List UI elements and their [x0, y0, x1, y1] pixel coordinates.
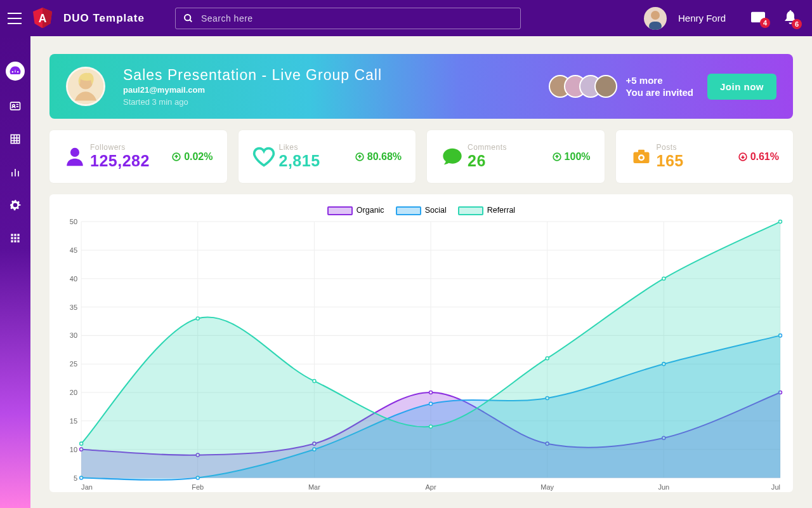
svg-rect-16 — [14, 234, 16, 236]
svg-point-83 — [80, 442, 83, 445]
stat-label: Comments — [468, 143, 553, 152]
nav-settings[interactable] — [8, 197, 23, 213]
stat-label: Followers — [90, 143, 172, 152]
banner-email: paul21@mymail.com — [123, 85, 382, 95]
gauge-icon — [9, 65, 22, 77]
nav-dashboard[interactable] — [6, 62, 25, 81]
svg-rect-19 — [14, 237, 16, 239]
svg-rect-18 — [11, 237, 13, 239]
svg-point-79 — [429, 402, 433, 405]
user-avatar[interactable] — [644, 7, 667, 30]
legend-item[interactable]: Referral — [458, 206, 515, 215]
comments-icon — [441, 145, 464, 168]
participant-avatar — [594, 75, 617, 98]
search-input[interactable] — [201, 13, 513, 23]
svg-text:May: May — [540, 483, 554, 491]
stat-pct: 0.02% — [172, 151, 213, 163]
stat-label: Likes — [279, 143, 355, 152]
nav-apps[interactable] — [8, 231, 23, 246]
join-button[interactable]: Join now — [707, 74, 776, 100]
user-name[interactable]: Henry Ford — [678, 13, 726, 23]
legend-item[interactable]: Organic — [327, 206, 384, 215]
arrow-up-icon — [172, 152, 181, 161]
invite-status: You are invited — [626, 86, 693, 99]
svg-rect-5 — [11, 102, 20, 110]
banner-title: Sales Presentation - Live Group Call — [123, 67, 382, 84]
svg-point-26 — [70, 147, 79, 156]
search-icon — [183, 13, 193, 23]
posts-icon — [630, 145, 653, 168]
svg-text:35: 35 — [70, 303, 77, 311]
svg-rect-22 — [14, 240, 16, 242]
call-banner: Sales Presentation - Live Group Call pau… — [49, 54, 793, 119]
nav-charts[interactable] — [8, 164, 23, 180]
menu-icon[interactable] — [8, 13, 22, 24]
svg-text:15: 15 — [70, 417, 77, 425]
nav-contacts[interactable] — [8, 98, 23, 114]
arrow-up-icon — [553, 152, 561, 161]
svg-point-89 — [778, 220, 782, 223]
mail-button[interactable]: 4 — [751, 11, 765, 25]
svg-rect-15 — [11, 234, 13, 236]
card-comments: Comments 26 100% — [427, 130, 605, 183]
svg-point-84 — [196, 317, 199, 320]
svg-text:5: 5 — [74, 474, 77, 481]
stat-pct: 0.61% — [738, 151, 779, 163]
arrow-down-icon — [738, 152, 747, 161]
stat-value: 2,815 — [279, 152, 355, 170]
svg-text:Jan: Jan — [81, 483, 93, 491]
participant-avatars — [549, 75, 617, 98]
svg-text:Feb: Feb — [192, 483, 204, 491]
svg-text:Jul: Jul — [771, 483, 780, 491]
card-likes: Likes 2,815 80.68% — [239, 130, 416, 183]
caller-avatar — [66, 67, 105, 106]
sidebar — [0, 36, 30, 508]
legend-item[interactable]: Social — [396, 206, 447, 215]
stat-pct: 100% — [553, 151, 591, 163]
svg-point-86 — [429, 425, 433, 428]
svg-point-85 — [313, 379, 316, 382]
svg-rect-21 — [11, 240, 13, 242]
bell-button[interactable]: 6 — [784, 10, 797, 27]
banner-time: Started 3 min ago — [123, 97, 382, 107]
bar-chart-icon — [9, 166, 22, 178]
card-followers: Followers 125,282 0.02% — [49, 130, 227, 183]
svg-rect-17 — [17, 234, 19, 236]
nav-tables[interactable] — [8, 131, 23, 147]
svg-text:45: 45 — [70, 246, 77, 254]
svg-point-72 — [429, 391, 433, 394]
svg-point-6 — [13, 105, 15, 107]
banner-text: Sales Presentation - Live Group Call pau… — [123, 67, 382, 107]
grid-icon — [9, 232, 22, 244]
stat-value: 165 — [657, 152, 738, 170]
svg-rect-23 — [17, 240, 19, 242]
search-box[interactable] — [175, 8, 521, 29]
invite-text: +5 more You are invited — [626, 74, 693, 99]
svg-rect-20 — [17, 237, 19, 239]
svg-text:Apr: Apr — [425, 483, 436, 491]
bell-badge: 6 — [792, 19, 802, 29]
svg-line-2 — [190, 20, 192, 22]
id-card-icon — [9, 100, 22, 112]
svg-text:20: 20 — [70, 389, 77, 396]
main-content: Sales Presentation - Live Group Call pau… — [30, 36, 812, 508]
svg-point-32 — [639, 156, 643, 159]
svg-rect-7 — [11, 135, 19, 143]
svg-text:Mar: Mar — [308, 483, 320, 491]
stat-value: 125,282 — [90, 152, 172, 170]
svg-point-1 — [185, 15, 190, 20]
table-icon — [9, 133, 22, 145]
brand-title: DUO Template — [63, 12, 145, 25]
svg-text:50: 50 — [70, 219, 77, 225]
topbar: A DUO Template Henry Ford 4 6 — [0, 0, 812, 36]
svg-text:40: 40 — [70, 274, 77, 282]
svg-rect-4 — [649, 22, 662, 30]
stat-cards: Followers 125,282 0.02% Likes 2,815 80.6… — [49, 130, 793, 183]
mail-badge: 4 — [760, 18, 770, 28]
invite-more: +5 more — [626, 74, 693, 87]
likes-icon — [252, 145, 275, 168]
svg-point-3 — [651, 11, 660, 20]
stat-label: Posts — [657, 143, 738, 152]
svg-text:A: A — [39, 11, 47, 24]
traffic-chart: OrganicSocialReferral 510152025303540455… — [49, 194, 793, 492]
